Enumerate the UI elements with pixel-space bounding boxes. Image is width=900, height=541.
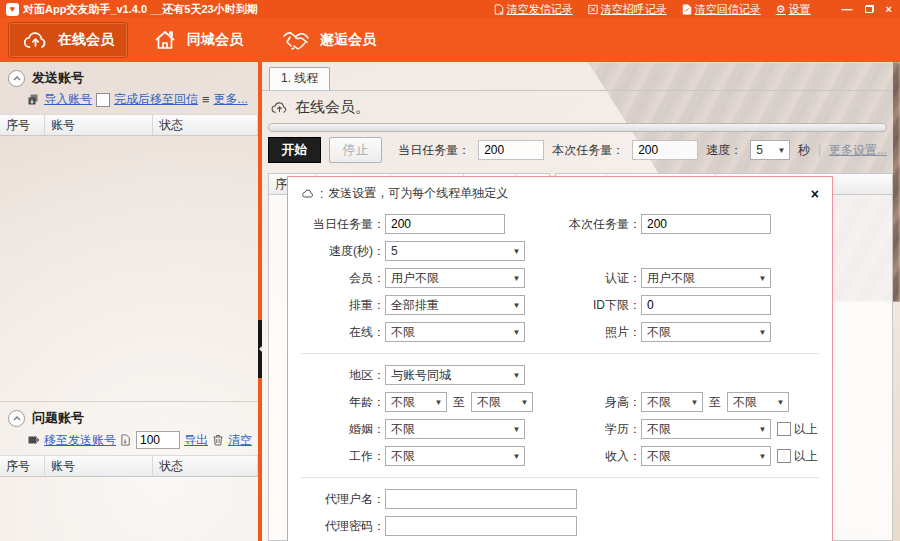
clear-reply-records-link[interactable]: 清空回信记录 <box>682 2 761 17</box>
dialog-titlebar: : 发送设置，可为每个线程单独定义 × <box>301 185 819 202</box>
member-select[interactable]: 用户不限▼ <box>385 268 525 288</box>
home-icon <box>152 28 178 52</box>
more-settings-link[interactable]: 更多设置... <box>829 142 887 159</box>
height-label: 身高： <box>565 394 641 411</box>
region-select[interactable]: 与账号同城▼ <box>385 365 525 385</box>
education-above-checkbox[interactable] <box>777 422 791 436</box>
dialog-row-marriage-edu: 婚姻： 不限▼ 学历： 不限▼ 以上 <box>301 419 819 439</box>
job-label: 工作： <box>301 448 385 465</box>
column-header[interactable]: 账号 <box>45 115 153 135</box>
window-title: 对面App交友助手_v1.4.0 __还有5天23小时到期 <box>23 2 258 17</box>
marriage-label: 婚姻： <box>301 421 385 438</box>
proxy-pass-label: 代理密码： <box>301 518 385 535</box>
horizontal-splitter[interactable] <box>268 123 887 132</box>
move-after-done-link[interactable]: 完成后移至回信 <box>114 91 198 108</box>
problem-accounts-title: 问题账号 <box>32 409 84 427</box>
income-select[interactable]: 不限▼ <box>641 446 771 466</box>
maximize-button[interactable] <box>865 5 874 13</box>
proxy-user-input[interactable] <box>385 489 577 509</box>
dedupe-value: 全部排重 <box>391 297 439 314</box>
column-header[interactable]: 账号 <box>45 456 153 476</box>
vertical-splitter[interactable] <box>258 62 262 541</box>
minimize-button[interactable]: — <box>842 4 853 15</box>
height-from-value: 不限 <box>647 394 671 411</box>
age-to-select[interactable]: 不限▼ <box>471 392 533 412</box>
chevron-down-icon: ▼ <box>755 425 770 434</box>
clear-send-records-link[interactable]: 清空发信记录 <box>494 2 573 17</box>
clear-link[interactable]: 清空 <box>228 432 252 449</box>
move-icon <box>28 434 40 446</box>
divider <box>301 353 819 354</box>
app-logo-heart-icon: ♥ <box>6 3 19 16</box>
dialog-row-tasks: 当日任务量： 本次任务量： <box>301 214 819 234</box>
speed-select[interactable]: 5 ▼ <box>750 140 790 160</box>
nav-tab-online-members[interactable]: 在线会员 <box>8 22 128 58</box>
more-link[interactable]: 更多... <box>214 91 248 108</box>
collapse-send-accounts-button[interactable] <box>8 70 25 87</box>
photo-select[interactable]: 不限▼ <box>641 322 771 342</box>
dialog-close-button[interactable]: × <box>811 187 819 201</box>
height-from-select[interactable]: 不限▼ <box>641 392 703 412</box>
income-above-checkbox[interactable] <box>777 449 791 463</box>
batch-task-input[interactable] <box>632 140 698 160</box>
move-to-send-link[interactable]: 移至发送账号 <box>44 432 116 449</box>
auth-select[interactable]: 用户不限▼ <box>641 268 771 288</box>
job-select[interactable]: 不限▼ <box>385 446 525 466</box>
column-header[interactable]: 序号 <box>0 456 45 476</box>
age-from-select[interactable]: 不限▼ <box>385 392 447 412</box>
cloud-icon <box>301 188 315 199</box>
height-to-value: 不限 <box>733 394 757 411</box>
daily-task-label: 当日任务量： <box>301 216 385 233</box>
id-min-input[interactable] <box>641 295 771 315</box>
start-button[interactable]: 开始 <box>268 137 321 163</box>
column-header[interactable]: 状态 <box>153 115 258 135</box>
collapse-problem-accounts-button[interactable] <box>8 410 25 427</box>
chevron-down-icon: ▼ <box>517 398 532 407</box>
column-header[interactable]: 序号 <box>0 115 45 135</box>
problem-accounts-table-body <box>0 477 258 541</box>
nav-tab-city-members[interactable]: 同城会员 <box>138 21 257 59</box>
chevron-up-icon <box>13 416 21 421</box>
tab-thread-1[interactable]: 1. 线程 <box>269 67 330 90</box>
export-count-input[interactable] <box>136 431 180 449</box>
speed-select[interactable]: 5▼ <box>385 241 525 261</box>
export-link[interactable]: 导出 <box>184 432 208 449</box>
member-value: 用户不限 <box>391 270 439 287</box>
dialog-row-member-auth: 会员： 用户不限▼ 认证： 用户不限▼ <box>301 268 819 288</box>
send-accounts-table-body <box>0 136 258 401</box>
nav-tab-encounter-members[interactable]: 邂逅会员 <box>267 21 390 59</box>
age-label: 年龄： <box>301 394 385 411</box>
maximize-icon <box>865 6 873 13</box>
online-select[interactable]: 不限▼ <box>385 322 525 342</box>
auth-label: 认证： <box>565 270 641 287</box>
education-select[interactable]: 不限▼ <box>641 419 771 439</box>
batch-task-label: 本次任务量： <box>565 216 641 233</box>
dedupe-select[interactable]: 全部排重▼ <box>385 295 525 315</box>
clear-greet-records-link[interactable]: 清空招呼记录 <box>588 2 667 17</box>
import-accounts-link[interactable]: 导入账号 <box>44 91 92 108</box>
settings-link[interactable]: ⚙ 设置 <box>776 2 811 17</box>
chevron-down-icon: ▼ <box>755 274 770 283</box>
region-label: 地区： <box>301 367 385 384</box>
move-after-checkbox[interactable] <box>96 93 110 107</box>
income-value: 不限 <box>647 448 671 465</box>
sidebar: 发送账号 导入账号 完成后移至回信 ≡ 更多... 序号 账号 状态 问题账号 … <box>0 62 258 541</box>
problem-accounts-header: 问题账号 <box>0 401 258 430</box>
dialog-row-proxy-user: 代理户名： <box>301 489 819 509</box>
daily-task-input[interactable] <box>385 214 505 234</box>
proxy-pass-input[interactable] <box>385 516 577 536</box>
batch-task-input[interactable] <box>641 214 771 234</box>
proxy-user-label: 代理户名： <box>301 491 385 508</box>
divider <box>301 477 819 478</box>
sidebar-collapse-handle[interactable] <box>258 320 262 378</box>
chevron-down-icon: ▼ <box>774 146 789 155</box>
daily-task-input[interactable] <box>478 140 544 160</box>
marriage-select[interactable]: 不限▼ <box>385 419 525 439</box>
to-label: 至 <box>453 394 465 411</box>
send-accounts-toolbar: 导入账号 完成后移至回信 ≡ 更多... <box>0 90 258 114</box>
stop-button[interactable]: 停止 <box>329 137 382 163</box>
close-button[interactable]: × <box>886 4 892 15</box>
height-to-select[interactable]: 不限▼ <box>727 392 789 412</box>
column-header[interactable]: 状态 <box>153 456 258 476</box>
nav-tab-label: 同城会员 <box>187 31 243 49</box>
